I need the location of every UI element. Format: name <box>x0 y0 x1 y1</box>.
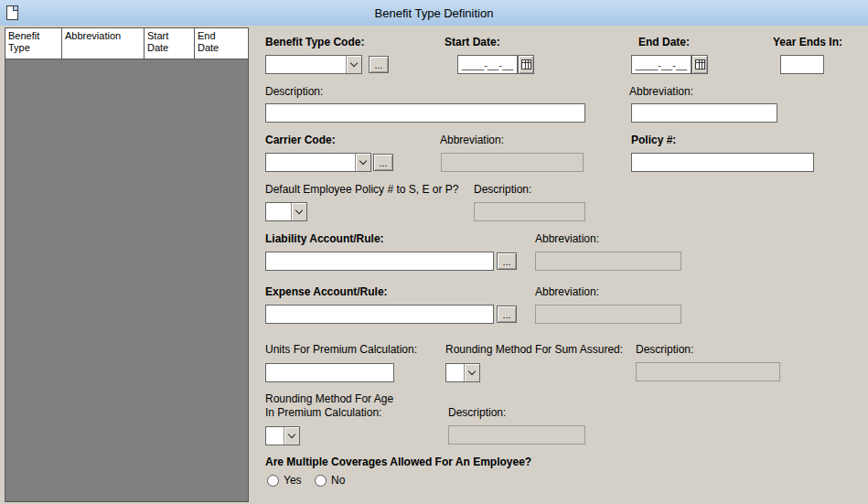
liability-account-input[interactable] <box>265 252 494 271</box>
end-date-label: End Date: <box>638 36 690 48</box>
expense-account-label: Expense Account/Rule: <box>265 285 388 298</box>
policy-number-label: Policy #: <box>631 134 676 146</box>
default-policy-combobox[interactable] <box>265 202 307 221</box>
grid-col-benefit-type: Benefit Type <box>5 28 62 59</box>
expense-abbreviation-label: Abbreviation: <box>535 285 599 298</box>
carrier-code-browse-button[interactable]: ... <box>373 154 393 171</box>
default-policy-description-label: Description: <box>474 183 531 196</box>
start-date-calendar-button[interactable] <box>518 55 534 74</box>
grid-col-start-date: Start Date <box>145 28 195 59</box>
end-date-calendar-button[interactable] <box>691 55 708 74</box>
yes-radio-label: Yes <box>284 474 302 487</box>
liability-account-label: Liability Account/Rule: <box>265 232 384 245</box>
no-radio-label: No <box>331 474 345 487</box>
liability-abbreviation-label: Abbreviation: <box>535 232 599 245</box>
multiple-coverages-yes-radio[interactable]: Yes <box>267 474 302 487</box>
carrier-abbreviation-input <box>441 153 584 172</box>
rounding-sum-combobox[interactable] <box>445 363 480 382</box>
abbreviation-label: Abbreviation: <box>629 85 693 98</box>
end-date-input[interactable] <box>631 55 691 74</box>
expense-abbreviation-input <box>535 305 681 324</box>
rounding-sum-value <box>446 364 464 381</box>
grid-col-abbreviation: Abbreviation <box>62 28 145 59</box>
liability-account-browse-button[interactable]: ... <box>497 252 517 270</box>
rounding-age-label-line2: In Premium Calculation: <box>265 406 381 419</box>
default-policy-value <box>266 203 291 220</box>
expense-account-input[interactable] <box>265 305 494 324</box>
dropdown-arrow-icon <box>355 154 370 171</box>
grid-col-end-date: End Date <box>195 28 248 59</box>
multiple-coverages-no-radio[interactable]: No <box>315 474 345 487</box>
titlebar: Benefit Type Definition <box>0 0 868 26</box>
grid-body[interactable] <box>5 59 248 501</box>
carrier-abbreviation-label: Abbreviation: <box>440 134 504 146</box>
dropdown-arrow-icon <box>464 364 479 381</box>
calendar-icon <box>521 59 531 70</box>
rounding-age-description-input <box>448 425 585 445</box>
carrier-code-label: Carrier Code: <box>265 134 336 146</box>
rounding-age-description-label: Description: <box>448 406 506 419</box>
start-date-input[interactable] <box>457 55 518 74</box>
rounding-age-combobox[interactable] <box>265 426 300 445</box>
default-policy-description-input <box>474 202 585 221</box>
benefit-list-grid: Benefit Type Abbreviation Start Date End… <box>5 27 249 502</box>
liability-abbreviation-input <box>535 252 681 271</box>
year-ends-in-label: Year Ends In: <box>773 36 842 48</box>
rounding-age-label-line1: Rounding Method For Age <box>265 392 393 405</box>
calendar-icon <box>695 59 705 70</box>
description-label: Description: <box>265 85 323 98</box>
benefit-type-code-browse-button[interactable]: ... <box>369 56 389 73</box>
benefit-type-code-label: Benefit Type Code: <box>265 36 364 48</box>
carrier-code-combobox[interactable] <box>265 153 371 172</box>
radio-circle-icon <box>267 475 279 487</box>
multiple-coverages-label: Are Multiple Coverages Allowed For An Em… <box>265 456 531 468</box>
benefit-type-definition-window: Benefit Type Definition Benefit Type Abb… <box>0 0 868 504</box>
dropdown-arrow-icon <box>346 56 361 73</box>
abbreviation-input[interactable] <box>631 103 777 123</box>
units-premium-label: Units For Premium Calculation: <box>265 343 417 356</box>
expense-account-browse-button[interactable]: ... <box>497 306 517 323</box>
default-policy-label: Default Employee Policy # to S, E or P? <box>265 183 458 196</box>
benefit-type-code-combobox[interactable] <box>265 55 362 74</box>
rounding-sum-description-label: Description: <box>636 343 693 356</box>
window-title: Benefit Type Definition <box>375 6 494 20</box>
units-premium-input[interactable] <box>265 363 394 382</box>
rounding-sum-description-input <box>636 362 780 381</box>
description-input[interactable] <box>265 103 585 123</box>
start-date-label: Start Date: <box>445 36 500 48</box>
dropdown-arrow-icon <box>291 203 306 220</box>
year-ends-in-input[interactable] <box>780 55 824 74</box>
carrier-code-value <box>266 154 355 171</box>
policy-number-input[interactable] <box>631 153 814 172</box>
document-icon <box>6 5 18 20</box>
rounding-age-value <box>266 427 284 445</box>
grid-header: Benefit Type Abbreviation Start Date End… <box>5 28 248 59</box>
rounding-sum-label: Rounding Method For Sum Assured: <box>445 343 623 356</box>
dropdown-arrow-icon <box>284 427 299 445</box>
benefit-type-code-value <box>266 56 346 73</box>
radio-circle-icon <box>315 475 327 487</box>
